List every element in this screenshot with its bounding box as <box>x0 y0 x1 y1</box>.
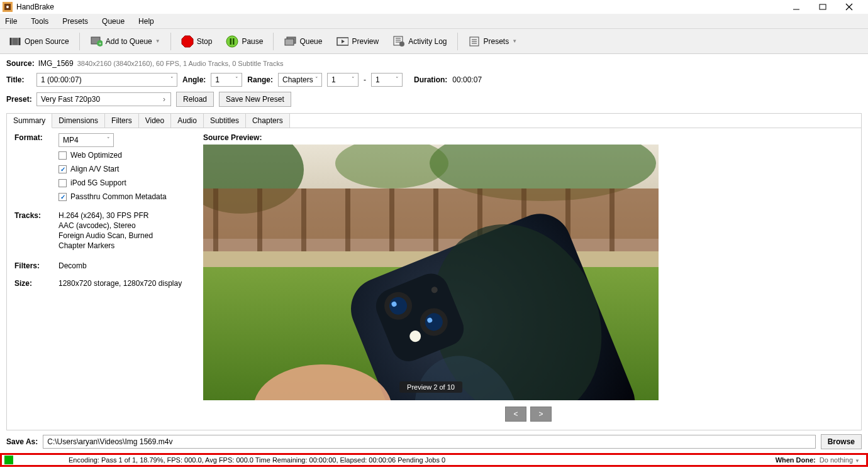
angle-dropdown[interactable]: 1 <box>211 73 242 87</box>
range-from-dropdown[interactable]: 1 <box>327 73 359 87</box>
title-label: Title: <box>6 75 31 84</box>
reload-button[interactable]: Reload <box>176 92 214 107</box>
tab-chapters[interactable]: Chapters <box>246 114 290 128</box>
svg-text:+: + <box>98 41 101 46</box>
svg-rect-17 <box>230 38 232 45</box>
open-source-icon <box>9 35 21 48</box>
chevron-down-icon: ▼ <box>855 458 860 464</box>
source-preview-label: Source Preview: <box>203 133 854 142</box>
save-as-row: Save As: Browse <box>0 430 868 453</box>
check-ipod[interactable]: iPod 5G Support <box>58 178 167 187</box>
range-to-value: 1 <box>376 75 380 84</box>
source-preview: Preview 2 of 10 <box>203 145 659 400</box>
range-to-dropdown[interactable]: 1 <box>371 73 403 87</box>
tab-summary[interactable]: Summary <box>7 114 52 128</box>
save-new-preset-button[interactable]: Save New Preset <box>219 92 291 107</box>
size-label: Size: <box>14 279 58 288</box>
preset-label: Preset: <box>6 95 31 104</box>
browse-button[interactable]: Browse <box>821 434 862 449</box>
title-bar: HandBrake <box>0 0 868 14</box>
range-type-dropdown[interactable]: Chapters <box>278 73 322 87</box>
title-dropdown[interactable]: 1 (00:00:07) <box>36 73 177 87</box>
add-to-queue-label: Add to Queue <box>106 37 152 46</box>
chevron-down-icon[interactable]: ▼ <box>155 38 160 44</box>
size-value: 1280x720 storage, 1280x720 display <box>58 279 182 288</box>
toolbar-separator <box>79 33 80 50</box>
preset-value: Very Fast 720p30 <box>41 95 100 104</box>
add-to-queue-icon: + <box>90 35 103 48</box>
range-type-value: Chapters <box>282 75 313 84</box>
preview-counter: Preview 2 of 10 <box>399 381 462 393</box>
menu-queue[interactable]: Queue <box>99 16 127 27</box>
preset-dropdown[interactable]: Very Fast 720p30 <box>36 92 171 106</box>
app-icon <box>3 2 13 12</box>
summary-right-column: Source Preview: <box>203 133 854 422</box>
maximize-button[interactable] <box>819 3 828 11</box>
status-text: Encoding: Pass 1 of 1, 18.79%, FPS: 000.… <box>69 456 445 464</box>
check-align-av[interactable]: ✓Align A/V Start <box>58 165 167 173</box>
track-line: Chapter Markers <box>58 241 203 250</box>
pause-label: Pause <box>242 37 263 46</box>
stop-button[interactable]: Stop <box>176 34 218 49</box>
open-source-button[interactable]: Open Source <box>4 34 74 49</box>
tab-audio[interactable]: Audio <box>171 114 204 128</box>
track-line: Foreign Audio Scan, Burned <box>58 231 203 240</box>
source-info-row: Source: IMG_1569 3840x2160 (3840x2160), … <box>0 54 868 70</box>
source-metadata: 3840x2160 (3840x2160), 60 FPS, 1 Audio T… <box>77 60 284 67</box>
source-name: IMG_1569 <box>38 59 74 68</box>
check-ipod-label: iPod 5G Support <box>70 178 126 187</box>
check-web-optimized[interactable]: Web Optimized <box>58 151 167 160</box>
queue-button[interactable]: Queue <box>279 34 327 49</box>
tab-body-summary: Format: MP4 Web Optimized ✓Align A/V Sta… <box>7 128 861 430</box>
activity-log-icon <box>392 35 405 48</box>
add-to-queue-button[interactable]: + Add to Queue ▼ <box>85 34 165 49</box>
title-value: 1 (00:00:07) <box>41 75 82 84</box>
angle-label: Angle: <box>182 75 206 84</box>
menu-file[interactable]: File <box>3 16 19 27</box>
when-done-dropdown[interactable]: Do nothing ▼ <box>820 456 860 464</box>
checkbox-icon: ✓ <box>58 165 67 173</box>
tab-bar: Summary Dimensions Filters Video Audio S… <box>7 114 861 128</box>
tabs-container: Summary Dimensions Filters Video Audio S… <box>6 113 862 430</box>
tab-video[interactable]: Video <box>139 114 171 128</box>
close-button[interactable] <box>845 3 854 11</box>
filters-value: Decomb <box>58 261 87 270</box>
toolbar: Open Source + Add to Queue ▼ Stop Pause … <box>0 29 868 54</box>
activity-log-button[interactable]: Activity Log <box>387 34 452 49</box>
check-metadata[interactable]: ✓Passthru Common Metadata <box>58 192 167 201</box>
checkbox-icon: ✓ <box>58 193 67 201</box>
svg-rect-9 <box>19 38 21 45</box>
tab-subtitles[interactable]: Subtitles <box>204 114 246 128</box>
toolbar-separator <box>457 33 458 50</box>
svg-point-2 <box>6 6 9 8</box>
queue-label: Queue <box>299 37 322 46</box>
presets-button[interactable]: Presets ▼ <box>463 34 523 49</box>
save-as-input[interactable] <box>43 435 815 449</box>
range-label: Range: <box>247 75 273 84</box>
title-row: Title: 1 (00:00:07) Angle: 1 Range: Chap… <box>0 70 868 89</box>
preview-button[interactable]: Preview <box>331 34 384 49</box>
chevron-down-icon[interactable]: ▼ <box>512 38 517 44</box>
status-bar: Encoding: Pass 1 of 1, 18.79%, FPS: 000.… <box>0 453 868 467</box>
filters-label: Filters: <box>14 261 58 270</box>
pause-button[interactable]: Pause <box>221 34 268 49</box>
svg-point-27 <box>399 41 404 46</box>
tab-dimensions[interactable]: Dimensions <box>52 114 105 128</box>
tab-filters[interactable]: Filters <box>105 114 139 128</box>
summary-left-column: Format: MP4 Web Optimized ✓Align A/V Sta… <box>14 133 203 422</box>
preview-icon <box>336 35 348 48</box>
svg-marker-15 <box>182 36 193 47</box>
menu-help[interactable]: Help <box>136 16 157 27</box>
preview-image <box>203 145 659 400</box>
preview-next-button[interactable]: > <box>530 407 552 422</box>
format-dropdown[interactable]: MP4 <box>58 133 114 147</box>
svg-rect-4 <box>820 4 826 9</box>
menu-presets[interactable]: Presets <box>60 16 91 27</box>
angle-value: 1 <box>215 75 220 84</box>
minimize-button[interactable] <box>793 3 801 11</box>
when-done-label: When Done: <box>776 456 816 464</box>
preset-row: Preset: Very Fast 720p30 Reload Save New… <box>0 89 868 109</box>
menu-tools[interactable]: Tools <box>28 16 51 27</box>
preview-prev-button[interactable]: < <box>505 407 526 422</box>
menu-bar: File Tools Presets Queue Help <box>0 14 868 29</box>
